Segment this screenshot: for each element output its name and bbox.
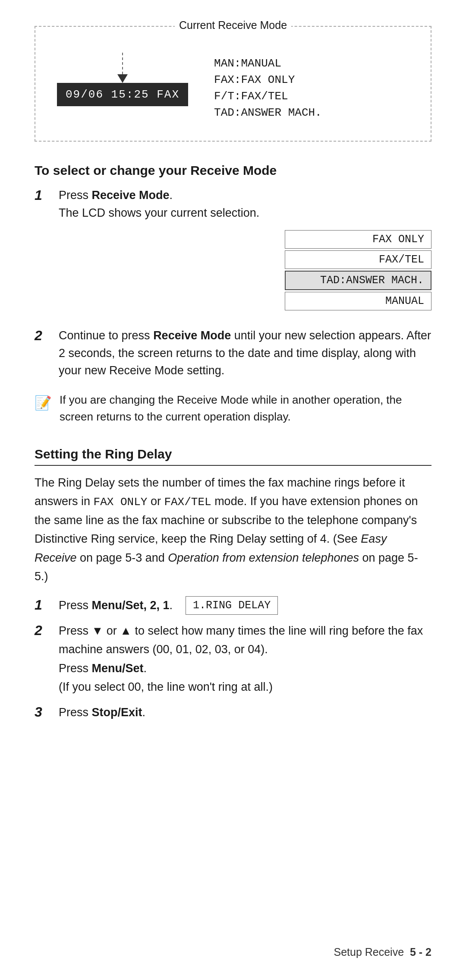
- ring-step2-row: 2 Press ▼ or ▲ to select how many times …: [35, 622, 431, 696]
- ring-delay-lcd-box: 1.RING DELAY: [186, 596, 278, 615]
- lcd-options-list: FAX ONLY FAX/TEL TAD:ANSWER MACH. MANUAL: [285, 230, 431, 310]
- mode-item-tad: TAD:ANSWER MACH.: [214, 106, 322, 119]
- mode-item-ft: F/T:FAX/TEL: [214, 90, 322, 103]
- ring-step3-suffix: .: [142, 706, 146, 719]
- ring-step2-number: 2: [35, 622, 50, 639]
- step2-text-block: Continue to press Receive Mode until you…: [59, 327, 431, 379]
- lcd-option-manual: MANUAL: [285, 292, 431, 310]
- dashed-line-top: [122, 53, 123, 74]
- down-arrow-icon: ▼: [92, 624, 104, 637]
- step1-text: Press Receive Mode. The LCD shows your c…: [59, 187, 431, 221]
- step1-suffix: .: [170, 189, 173, 202]
- ring-step2-sub-bold: Menu/Set: [92, 662, 144, 675]
- step1-bold: Receive Mode: [92, 189, 170, 202]
- ring-step2-text: Press ▼ or ▲ to select how many times th…: [59, 622, 431, 696]
- up-arrow-icon: ▲: [120, 624, 132, 637]
- note-icon: 📝: [35, 392, 52, 413]
- note-text: If you are changing the Receive Mode whi…: [60, 392, 431, 425]
- arrow-down-icon: [117, 74, 128, 83]
- ring-step3-number: 3: [35, 703, 50, 720]
- lcd-option-faxonly: FAX ONLY: [285, 230, 431, 249]
- section2-body: The Ring Delay sets the number of times …: [35, 474, 431, 586]
- diagram-inner: 09/06 15:25 FAX MAN:MANUAL FAX:FAX ONLY …: [57, 53, 409, 119]
- section1: To select or change your Receive Mode 1 …: [35, 163, 431, 425]
- step2-number: 2: [35, 327, 50, 344]
- lcd-ring-delay: 1.RING DELAY: [186, 596, 278, 615]
- mode-item-fax: FAX:FAX ONLY: [214, 73, 322, 86]
- step2-block: 2 Continue to press Receive Mode until y…: [35, 327, 431, 379]
- footer-label: Setup Receive: [334, 946, 404, 958]
- step1-block: 1 Press Receive Mode. The LCD shows your…: [35, 187, 431, 315]
- step2-row: 2 Continue to press Receive Mode until y…: [35, 327, 431, 379]
- ring-step1-text: Press Menu/Set, 2, 1.: [59, 596, 173, 615]
- lcd-option-faxtel: FAX/TEL: [285, 250, 431, 269]
- section1-heading: To select or change your Receive Mode: [35, 163, 431, 178]
- page-footer: Setup Receive 5 - 2: [334, 946, 431, 958]
- ring-step2-sub2: (If you select 00, the line won't ring a…: [59, 680, 273, 693]
- ring-step3-row: 3 Press Stop/Exit.: [35, 703, 431, 722]
- step1-row: 1 Press Receive Mode. The LCD shows your…: [35, 187, 431, 221]
- ring-step1-content: Press Menu/Set, 2, 1. 1.RING DELAY: [59, 596, 278, 615]
- lcd-connector: 09/06 15:25 FAX: [57, 53, 188, 106]
- ring-step1-bold: Menu/Set, 2, 1: [92, 599, 170, 612]
- current-receive-label: Current Receive Mode: [175, 19, 291, 32]
- mode-item-man: MAN:MANUAL: [214, 57, 322, 70]
- ring-step2-sub-prefix: Press: [59, 662, 92, 675]
- lcd-display: 09/06 15:25 FAX: [57, 83, 188, 106]
- ring-step1-suffix: .: [170, 599, 173, 612]
- mode-list: MAN:MANUAL FAX:FAX ONLY F/T:FAX/TEL TAD:…: [214, 53, 322, 119]
- step2-bold1: Receive: [153, 329, 197, 342]
- step1-number: 1: [35, 187, 50, 203]
- step1-sub: The LCD shows your current selection.: [59, 206, 259, 219]
- ring-step3-text: Press Stop/Exit.: [59, 703, 145, 722]
- section2: Setting the Ring Delay The Ring Delay se…: [35, 447, 431, 722]
- ring-step2-prefix: Press: [59, 624, 92, 637]
- ring-step3-prefix: Press: [59, 706, 92, 719]
- step1-prefix: Press: [59, 189, 92, 202]
- ring-step2-or: or: [103, 624, 120, 637]
- step2-prefix: Continue to press: [59, 329, 153, 342]
- diagram-section: Current Receive Mode 09/06 15:25 FAX MAN…: [35, 26, 431, 142]
- ring-step1-number: 1: [35, 596, 50, 613]
- note-block: 📝 If you are changing the Receive Mode w…: [35, 392, 431, 425]
- step2-bold2: Mode: [201, 329, 231, 342]
- section2-heading: Setting the Ring Delay: [35, 447, 431, 466]
- ring-step1-prefix: Press: [59, 599, 92, 612]
- ring-step3-bold: Stop/Exit: [92, 706, 142, 719]
- ring-step2-sub-suffix: .: [144, 662, 147, 675]
- footer-page: 5 - 2: [410, 946, 431, 958]
- lcd-option-tad: TAD:ANSWER MACH.: [285, 271, 431, 290]
- ring-step1-row: 1 Press Menu/Set, 2, 1. 1.RING DELAY: [35, 596, 431, 615]
